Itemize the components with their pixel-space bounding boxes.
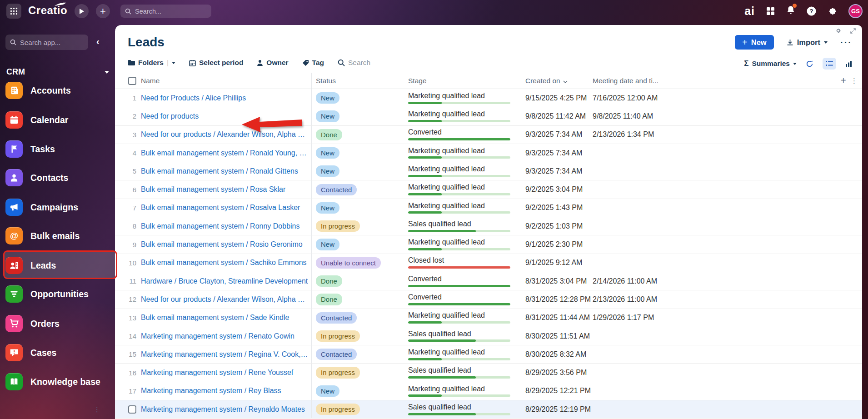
notifications-button[interactable]: [786, 5, 795, 17]
select-period-filter-button[interactable]: Select period: [189, 59, 243, 67]
folders-filter-button[interactable]: Folders |: [128, 59, 175, 67]
owner-filter-button[interactable]: Owner: [257, 59, 288, 67]
table-row[interactable]: 11Hardware / Bruce Clayton, Streamline D…: [115, 272, 862, 290]
row-number: 3: [133, 131, 136, 139]
column-header-status[interactable]: Status: [312, 77, 404, 85]
refresh-icon[interactable]: [806, 60, 813, 68]
app-launcher-button[interactable]: [6, 4, 21, 19]
table-row[interactable]: 13Bulk email management system / Sade Ki…: [115, 309, 862, 327]
row-menu-button[interactable]: ⋮: [94, 405, 100, 414]
new-button[interactable]: +New: [735, 35, 774, 50]
add-column-button[interactable]: +: [841, 75, 846, 86]
flag-icon: [5, 140, 23, 158]
chart-view-icon[interactable]: [845, 60, 852, 67]
tag-filter-button[interactable]: Tag: [302, 59, 324, 67]
sidebar-collapse-button[interactable]: ‹: [96, 36, 100, 47]
sidebar-item-leads[interactable]: Leads: [5, 256, 115, 274]
sidebar-item-contacts[interactable]: Contacts: [5, 169, 115, 187]
settings-gear-icon[interactable]: [828, 6, 837, 16]
page-settings-gear-icon[interactable]: [835, 28, 841, 34]
column-menu-button[interactable]: ⋮: [851, 77, 858, 85]
run-process-button[interactable]: [75, 4, 89, 18]
book-icon: [5, 373, 23, 390]
select-all-checkbox[interactable]: [128, 77, 136, 85]
help-icon[interactable]: ?: [807, 6, 816, 16]
lead-name-link[interactable]: Need for our products / Alexander Wilson…: [141, 295, 311, 304]
calendar-icon: [189, 60, 196, 66]
stage-progress-bar: [408, 339, 510, 342]
lead-name-link[interactable]: Marketing management system / Renato Gow…: [141, 332, 297, 340]
table-row[interactable]: 5Bulk email management system / Ronald G…: [115, 162, 862, 180]
column-header-created[interactable]: Created on: [521, 77, 589, 85]
column-header-name[interactable]: Name: [141, 73, 312, 89]
sidebar-item-knowledge-base[interactable]: Knowledge base: [5, 373, 115, 391]
expand-icon[interactable]: [850, 28, 856, 34]
table-row[interactable]: 4Bulk email management system / Ronald Y…: [115, 144, 862, 162]
sidebar-item-campaigns[interactable]: Campaigns: [5, 198, 115, 216]
sidebar-item-bulk-emails[interactable]: @Bulk emails: [5, 227, 115, 245]
import-button[interactable]: Import: [787, 38, 828, 47]
lead-name-link[interactable]: Bulk email management system / Rosa Skla…: [141, 185, 288, 194]
workspace-selector[interactable]: CRM: [6, 67, 109, 77]
search-icon: [125, 8, 131, 15]
lead-name-link[interactable]: Bulk email management system / Ronald Gi…: [141, 167, 301, 175]
lead-name-link[interactable]: Marketing management system / Reynaldo M…: [141, 405, 308, 414]
table-row[interactable]: 9Bulk email management system / Rosio Ge…: [115, 235, 862, 254]
table-row[interactable]: 3Need for our products / Alexander Wilso…: [115, 126, 862, 144]
logo-swoosh-icon: [55, 2, 66, 7]
lead-name-link[interactable]: Need for Products / Alice Phillips: [141, 94, 249, 102]
table-row[interactable]: 16Marketing management system / Rene You…: [115, 364, 862, 382]
sidebar-item-tasks[interactable]: Tasks: [5, 140, 115, 158]
lead-name-link[interactable]: Marketing management system / Rene Youss…: [141, 369, 296, 377]
add-record-button[interactable]: +: [96, 4, 110, 18]
user-avatar[interactable]: GS: [848, 4, 863, 18]
sidebar-search-input[interactable]: Search app...: [5, 35, 88, 50]
created-on-value: 8/31/2025 12:28 PM: [521, 295, 589, 304]
lead-name-link[interactable]: Bulk email management system / Rosalva L…: [141, 204, 303, 212]
column-header-stage[interactable]: Stage: [404, 77, 521, 85]
table-row[interactable]: ⋮Marketing management system / Reynaldo …: [115, 400, 862, 419]
table-row[interactable]: 12Need for our products / Alexander Wils…: [115, 290, 862, 309]
table-body: 1Need for Products / Alice PhillipsNewMa…: [115, 89, 862, 419]
lead-name-link[interactable]: Bulk email management system / Sachiko E…: [141, 259, 309, 267]
created-on-value: 8/29/2025 3:56 PM: [521, 369, 589, 377]
global-search-input[interactable]: Search...: [120, 5, 211, 18]
lead-name-link[interactable]: Need for our products / Alexander Wilson…: [141, 130, 311, 139]
list-view-toggle[interactable]: [823, 58, 836, 70]
lead-name-link[interactable]: Need for products: [141, 112, 201, 120]
table-row[interactable]: 6Bulk email management system / Rosa Skl…: [115, 180, 862, 199]
tag-icon: [302, 60, 309, 66]
lead-name-link[interactable]: Bulk email management system / Sade Kind…: [141, 314, 292, 322]
sidebar-item-calendar[interactable]: Calendar: [5, 111, 115, 129]
sidebar-item-orders[interactable]: Orders: [5, 314, 115, 333]
lead-name-link[interactable]: Bulk email management system / Rosio Ger…: [141, 240, 305, 249]
table-row[interactable]: 1Need for Products / Alice PhillipsNewMa…: [115, 89, 862, 107]
table-row[interactable]: 10Bulk email management system / Sachiko…: [115, 254, 862, 272]
table-row[interactable]: 2Need for productsNewMarketing qualified…: [115, 107, 862, 125]
sidebar-item-opportunities[interactable]: Opportunities: [5, 285, 115, 303]
lead-name-link[interactable]: Bulk email management system / Ronald Yo…: [141, 149, 311, 157]
table-row[interactable]: 7Bulk email management system / Rosalva …: [115, 199, 862, 217]
lead-name-link[interactable]: Marketing management system / Regina V. …: [141, 350, 311, 359]
more-actions-button[interactable]: ···: [840, 37, 852, 48]
sidebar-item-accounts[interactable]: Accounts: [5, 81, 115, 100]
stage-label: Converted: [408, 294, 521, 301]
table-row[interactable]: 8Bulk email management system / Ronny Do…: [115, 217, 862, 235]
created-on-value: 9/2/2025 3:04 PM: [521, 185, 589, 194]
summaries-button[interactable]: Σ Summaries: [744, 59, 797, 68]
chevron-down-icon: [105, 71, 109, 74]
marketplace-apps-icon[interactable]: [766, 7, 775, 15]
sidebar-item-cases[interactable]: Cases: [5, 344, 115, 362]
lead-name-link[interactable]: Hardware / Bruce Clayton, Streamline Dev…: [141, 277, 310, 285]
sidebar-item-label: Tasks: [30, 144, 55, 155]
lead-name-link[interactable]: Bulk email management system / Ronny Dob…: [141, 222, 303, 230]
table-row[interactable]: 14Marketing management system / Renato G…: [115, 327, 862, 345]
table-search-button[interactable]: Search: [338, 59, 370, 67]
row-checkbox[interactable]: [128, 405, 136, 414]
column-header-meeting[interactable]: Meeting date and ti...: [589, 77, 707, 85]
table-row[interactable]: 17Marketing management system / Rey Blas…: [115, 382, 862, 400]
table-row[interactable]: 15Marketing management system / Regina V…: [115, 345, 862, 364]
row-number: 11: [129, 277, 136, 285]
lead-name-link[interactable]: Marketing management system / Rey Blass: [141, 387, 284, 395]
creatio-ai-button[interactable]: ai: [744, 5, 755, 17]
